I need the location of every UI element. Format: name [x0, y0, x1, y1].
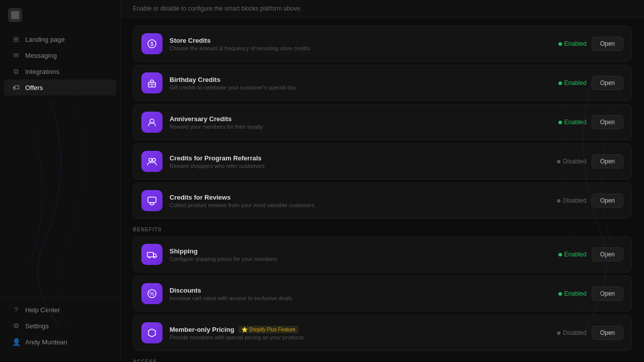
status-dot-anniversary-credits: [558, 121, 562, 124]
open-button-discounts[interactable]: Open: [592, 287, 623, 301]
feature-status-discounts: Enabled: [558, 290, 587, 297]
status-dot-store-credits: [558, 42, 562, 46]
feature-card-anniversary-credits: Anniversary Credits Reward your members …: [133, 104, 632, 140]
feature-info-member-only-pricing: Member-only Pricing ⭐ Shopify Plus Featu…: [170, 326, 550, 340]
feature-title-discounts: Discounts: [170, 287, 551, 294]
feature-icon-member-only-pricing: [141, 322, 163, 343]
sidebar-icon-offers: 🏷: [12, 83, 20, 92]
content-area: $ Store Credits Choose the amount & freq…: [121, 18, 644, 362]
feature-desc-discounts: Increase cart value with access to exclu…: [170, 295, 551, 301]
status-text-credits-reviews: Disabled: [563, 197, 587, 204]
feature-status-credits-reviews: Disabled: [557, 197, 587, 204]
top-notice: Enable or disable to configure the smart…: [121, 0, 644, 18]
sidebar-icon-user: 👤: [12, 338, 20, 346]
feature-info-birthday-credits: Birthday Credits Gift credits to celebra…: [170, 76, 551, 90]
feature-icon-birthday-credits: [141, 72, 163, 94]
feature-desc-shipping: Configure shipping prices for your membe…: [170, 256, 551, 262]
feature-icon-credits-reviews: [141, 190, 163, 211]
feature-actions-credits-reviews: Disabled Open: [557, 194, 623, 208]
sidebar-item-messaging[interactable]: ✉ Messaging: [4, 47, 116, 63]
feature-status-credits-program-referrals: Disabled: [557, 158, 587, 165]
svg-rect-7: [147, 252, 153, 257]
feature-info-anniversary-credits: Anniversary Credits Reward your members …: [170, 115, 551, 130]
main-content: Enable or disable to configure the smart…: [121, 0, 644, 362]
feature-card-credits-program-referrals: Credits for Program Referrals Reward sho…: [133, 143, 632, 179]
feature-info-shipping: Shipping Configure shipping prices for y…: [170, 247, 551, 262]
open-button-store-credits[interactable]: Open: [592, 37, 623, 51]
sidebar-label-landing-page: Landing page: [25, 36, 65, 43]
open-button-birthday-credits[interactable]: Open: [592, 76, 623, 90]
feature-status-birthday-credits: Enabled: [558, 79, 587, 86]
sidebar-label-integrations: Integrations: [25, 68, 59, 75]
sidebar-label-settings: Settings: [25, 322, 49, 330]
sidebar-icon-settings: ⚙: [12, 322, 20, 330]
status-dot-credits-reviews: [557, 199, 560, 203]
feature-desc-birthday-credits: Gift credits to celebrate your customer'…: [170, 84, 551, 90]
feature-badge-member-only-pricing: ⭐ Shopify Plus Feature: [238, 326, 299, 333]
feature-title-anniversary-credits: Anniversary Credits: [170, 115, 551, 123]
feature-status-anniversary-credits: Enabled: [558, 119, 587, 126]
status-dot-discounts: [558, 292, 562, 296]
status-dot-member-only-pricing: [557, 331, 560, 335]
sidebar-item-settings[interactable]: ⚙ Settings: [4, 318, 116, 334]
feature-icon-shipping: [141, 244, 163, 265]
feature-desc-member-only-pricing: Provide members with special pricing on …: [170, 334, 550, 340]
feature-card-birthday-credits: Birthday Credits Gift credits to celebra…: [133, 65, 632, 101]
sidebar-item-user[interactable]: 👤 Andy Muntean: [4, 334, 116, 350]
status-text-credits-program-referrals: Disabled: [563, 158, 587, 165]
feature-desc-store-credits: Choose the amount & frequency of recurri…: [170, 45, 551, 51]
feature-info-credits-program-referrals: Credits for Program Referrals Reward sho…: [170, 154, 550, 169]
feature-icon-store-credits: $: [141, 33, 163, 54]
sidebar-label-help-center: Help Center: [25, 306, 60, 314]
feature-title-member-only-pricing: Member-only Pricing ⭐ Shopify Plus Featu…: [170, 326, 550, 333]
svg-point-4: [149, 158, 152, 161]
svg-point-9: [154, 257, 155, 258]
sidebar-label-user: Andy Muntean: [25, 338, 67, 346]
feature-card-discounts: % Discounts Increase cart value with acc…: [133, 276, 632, 312]
feature-desc-anniversary-credits: Reward your members for their loyalty: [170, 124, 551, 130]
sidebar-item-landing-page[interactable]: ⊞ Landing page: [4, 31, 116, 47]
sidebar-bottom: ? Help Center ⚙ Settings 👤 Andy Muntean: [0, 297, 120, 354]
status-text-anniversary-credits: Enabled: [565, 119, 587, 126]
feature-icon-anniversary-credits: [141, 112, 163, 133]
feature-actions-shipping: Enabled Open: [558, 247, 623, 261]
feature-info-store-credits: Store Credits Choose the amount & freque…: [170, 37, 551, 51]
feature-card-store-credits: $ Store Credits Choose the amount & freq…: [133, 26, 632, 62]
open-button-member-only-pricing[interactable]: Open: [592, 326, 623, 340]
feature-actions-birthday-credits: Enabled Open: [558, 76, 623, 90]
open-button-shipping[interactable]: Open: [592, 247, 623, 261]
feature-title-credits-program-referrals: Credits for Program Referrals: [170, 154, 550, 162]
feature-card-member-only-pricing: Member-only Pricing ⭐ Shopify Plus Featu…: [133, 315, 632, 351]
sidebar-item-integrations[interactable]: ⧉ Integrations: [4, 63, 116, 79]
open-button-anniversary-credits[interactable]: Open: [592, 115, 623, 129]
section-label-benefits: BENEFITS: [133, 227, 632, 232]
feature-actions-store-credits: Enabled Open: [558, 37, 623, 51]
feature-title-shipping: Shipping: [170, 247, 551, 255]
sidebar-item-help-center[interactable]: ? Help Center: [4, 302, 116, 318]
feature-card-shipping: Shipping Configure shipping prices for y…: [133, 236, 632, 273]
svg-point-5: [152, 158, 155, 161]
status-text-shipping: Enabled: [565, 251, 587, 258]
sidebar-item-offers[interactable]: 🏷 Offers: [4, 79, 116, 96]
svg-text:$: $: [150, 41, 153, 47]
svg-point-8: [149, 257, 150, 258]
sidebar-label-offers: Offers: [25, 84, 43, 92]
feature-title-credits-reviews: Credits for Reviews: [170, 194, 550, 201]
status-text-birthday-credits: Enabled: [565, 79, 587, 86]
feature-actions-member-only-pricing: Disabled Open: [557, 326, 623, 340]
feature-icon-discounts: %: [141, 283, 163, 304]
status-dot-shipping: [558, 253, 562, 256]
feature-desc-credits-program-referrals: Reward shoppers who refer customers: [170, 163, 550, 169]
sidebar-label-messaging: Messaging: [25, 52, 57, 59]
app-logo: [8, 8, 22, 22]
feature-status-shipping: Enabled: [558, 251, 587, 258]
open-button-credits-program-referrals[interactable]: Open: [592, 154, 623, 168]
sidebar: ⊞ Landing page ✉ Messaging ⧉ Integration…: [0, 0, 121, 362]
section-label-access: ACCESS: [133, 359, 632, 362]
feature-status-member-only-pricing: Disabled: [557, 329, 587, 336]
feature-actions-credits-program-referrals: Disabled Open: [557, 154, 623, 168]
status-dot-birthday-credits: [558, 81, 562, 85]
feature-actions-anniversary-credits: Enabled Open: [558, 115, 623, 129]
open-button-credits-reviews[interactable]: Open: [592, 194, 623, 208]
feature-info-discounts: Discounts Increase cart value with acces…: [170, 287, 551, 301]
